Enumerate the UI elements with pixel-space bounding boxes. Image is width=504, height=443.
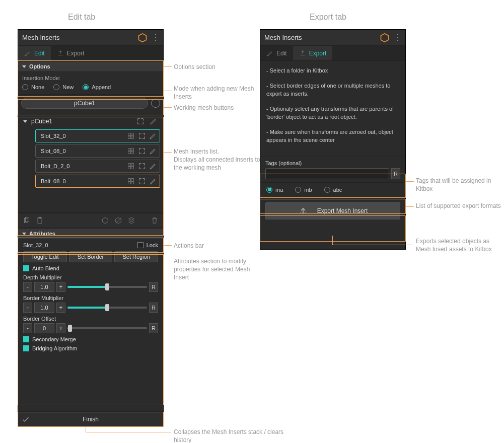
bridging-algo-checkbox[interactable] (23, 345, 29, 351)
svg-rect-1 (128, 133, 131, 136)
depth-decrement[interactable]: - (23, 282, 32, 292)
toggle-edit-button[interactable]: Toggle Edit (23, 251, 67, 262)
grid-icon[interactable] (126, 162, 135, 171)
insertion-mode-label: Insertion Mode: (22, 75, 159, 81)
auto-blend-checkbox[interactable] (23, 265, 29, 271)
radio-none[interactable]: None (22, 84, 44, 90)
format-ma-label: ma (275, 187, 283, 193)
format-ma[interactable]: ma (266, 187, 283, 193)
radio-append[interactable]: Append (83, 84, 111, 90)
pencil-icon[interactable] (149, 177, 158, 186)
svg-rect-10 (131, 164, 134, 166)
set-border-button[interactable]: Set Border (69, 251, 113, 262)
hex-slash-icon[interactable] (114, 216, 123, 225)
menu-dots-icon[interactable]: ⋮ (394, 33, 401, 42)
finish-button[interactable]: Finish (18, 411, 163, 426)
list-item[interactable]: Slot_08_0 (35, 144, 160, 158)
pencil-icon[interactable] (149, 146, 158, 156)
depth-reset[interactable]: R (149, 282, 158, 292)
svg-rect-9 (128, 164, 131, 166)
border-offset-slider[interactable] (67, 327, 147, 329)
border-mult-slider[interactable] (67, 307, 147, 309)
frame-icon[interactable] (136, 117, 145, 126)
copy-icon[interactable] (22, 216, 31, 225)
menu-dots-icon[interactable]: ⋮ (152, 33, 159, 42)
callout-attributes: Attributes section to modify properties … (174, 257, 264, 282)
paste-icon[interactable] (35, 216, 44, 225)
format-mb[interactable]: mb (295, 187, 312, 193)
tab-export[interactable]: Export (51, 46, 91, 60)
format-abc[interactable]: abc (324, 187, 342, 193)
border-multiplier-block: Border Multiplier - 1.0 + R (23, 295, 158, 313)
hex-outline-icon[interactable] (101, 216, 110, 225)
border-offset-increment[interactable]: + (56, 323, 65, 333)
grid-icon[interactable] (126, 131, 135, 140)
tags-reset[interactable]: R (391, 168, 400, 179)
frame-icon[interactable] (137, 146, 147, 156)
tab-edit[interactable]: Edit (18, 46, 51, 60)
list-item[interactable]: Bolt_08_0 (35, 175, 160, 188)
finish-label: Finish (33, 416, 148, 423)
list-item-label: Bolt_08_0 (41, 178, 124, 184)
frame-icon[interactable] (137, 131, 147, 140)
svg-rect-6 (131, 149, 134, 151)
working-mesh-clear[interactable] (151, 99, 160, 108)
pencil-icon[interactable] (149, 131, 158, 140)
pencil-icon[interactable] (149, 117, 158, 126)
border-mult-decrement[interactable]: - (23, 303, 32, 313)
tags-input[interactable] (265, 168, 389, 179)
formats-row: ma mb abc (260, 182, 405, 197)
border-offset-value[interactable]: 0 (34, 323, 54, 333)
set-region-button[interactable]: Set Region (114, 251, 158, 262)
list-group-header[interactable]: pCube1 (21, 115, 160, 127)
svg-rect-4 (131, 136, 134, 139)
list-item-label: Slot_08_0 (41, 148, 124, 154)
callout-line (406, 181, 414, 182)
depth-multiplier-label: Depth Multiplier (23, 274, 158, 280)
border-mult-reset[interactable]: R (149, 303, 158, 313)
frame-icon[interactable] (137, 177, 147, 186)
tab-edit[interactable]: Edit (260, 46, 293, 60)
tab-export[interactable]: Export (293, 46, 333, 60)
pencil-icon[interactable] (149, 162, 158, 171)
export-button-row: Export Mesh Insert (260, 197, 405, 225)
depth-increment[interactable]: + (56, 282, 65, 292)
collapse-triangle-icon (22, 233, 26, 235)
bridging-algo-label: Bridging Algorithm (32, 345, 77, 351)
border-offset-decrement[interactable]: - (23, 323, 32, 333)
options-header-label: Options (29, 63, 50, 69)
callout-line (164, 91, 172, 91)
tags-section: Tags (optional) R (260, 157, 405, 182)
secondary-merge-label: Secondary Merge (32, 336, 76, 342)
grid-icon[interactable] (126, 146, 135, 156)
callout-line (332, 236, 333, 245)
callout-working-mesh: Working mesh buttons (174, 104, 234, 112)
callout-tags: Tags that will be assigned in Kitbox (416, 177, 504, 193)
trash-icon[interactable] (150, 216, 159, 225)
depth-value[interactable]: 1.0 (34, 282, 54, 292)
options-header[interactable]: Options (18, 61, 163, 72)
depth-multiplier-block: Depth Multiplier - 1.0 + R (23, 274, 158, 292)
tab-export-label: Export (309, 50, 327, 57)
border-mult-value[interactable]: 1.0 (34, 303, 54, 313)
grid-icon[interactable] (126, 177, 135, 186)
logo-hexagon-icon (137, 33, 148, 43)
logo-hexagon-icon (380, 33, 390, 43)
list-item[interactable]: Bolt_D_2_0 (35, 160, 160, 173)
list-item[interactable]: Slot_32_0 (35, 129, 160, 142)
border-mult-increment[interactable]: + (56, 303, 65, 313)
collapse-triangle-icon (23, 120, 27, 123)
working-mesh-button[interactable]: pCube1 (21, 98, 148, 109)
export-mesh-insert-button[interactable]: Export Mesh Insert (265, 202, 400, 219)
attributes-body: Slot_32_0 Lock Toggle Edit Set Border Se… (18, 239, 163, 354)
lock-checkbox[interactable] (137, 242, 143, 248)
secondary-merge-checkbox[interactable] (23, 336, 29, 342)
stack-icon[interactable] (127, 216, 136, 225)
border-offset-block: Border Offset - 0 + R (23, 316, 158, 333)
frame-icon[interactable] (137, 162, 147, 171)
depth-slider[interactable] (67, 286, 147, 288)
border-offset-reset[interactable]: R (149, 323, 158, 333)
radio-new[interactable]: New (53, 84, 74, 90)
attributes-header[interactable]: Attributes (18, 228, 163, 239)
svg-rect-5 (128, 149, 131, 151)
